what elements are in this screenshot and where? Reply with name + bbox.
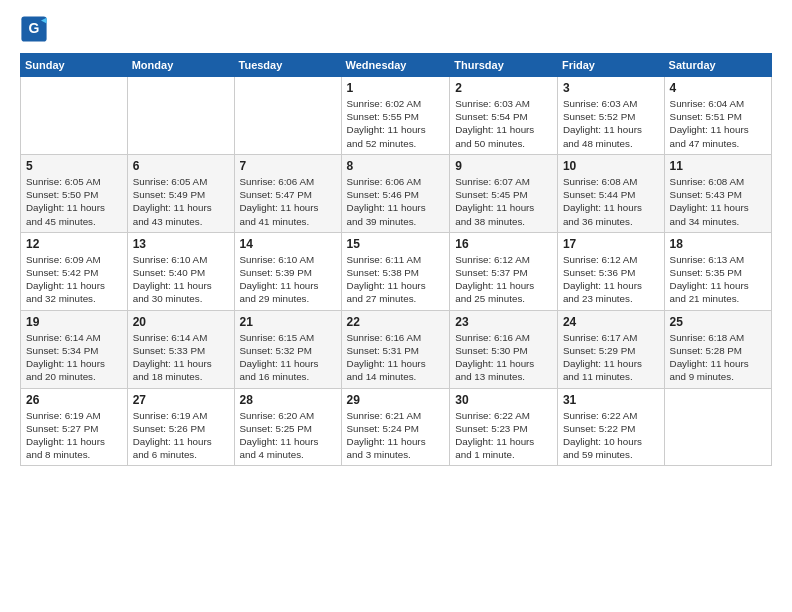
calendar-day-cell: 7Sunrise: 6:06 AMSunset: 5:47 PMDaylight…: [234, 154, 341, 232]
day-number: 5: [26, 159, 122, 173]
calendar-week-row: 26Sunrise: 6:19 AMSunset: 5:27 PMDayligh…: [21, 388, 772, 466]
day-info: Sunrise: 6:11 AMSunset: 5:38 PMDaylight:…: [347, 253, 445, 306]
day-number: 4: [670, 81, 766, 95]
weekday-header-row: SundayMondayTuesdayWednesdayThursdayFrid…: [21, 54, 772, 77]
calendar-day-cell: 24Sunrise: 6:17 AMSunset: 5:29 PMDayligh…: [557, 310, 664, 388]
calendar-week-row: 12Sunrise: 6:09 AMSunset: 5:42 PMDayligh…: [21, 232, 772, 310]
day-number: 9: [455, 159, 552, 173]
day-info: Sunrise: 6:12 AMSunset: 5:37 PMDaylight:…: [455, 253, 552, 306]
day-info: Sunrise: 6:16 AMSunset: 5:31 PMDaylight:…: [347, 331, 445, 384]
calendar-day-cell: 12Sunrise: 6:09 AMSunset: 5:42 PMDayligh…: [21, 232, 128, 310]
calendar-day-cell: 6Sunrise: 6:05 AMSunset: 5:49 PMDaylight…: [127, 154, 234, 232]
weekday-header: Wednesday: [341, 54, 450, 77]
day-number: 22: [347, 315, 445, 329]
calendar-day-cell: 11Sunrise: 6:08 AMSunset: 5:43 PMDayligh…: [664, 154, 771, 232]
day-number: 18: [670, 237, 766, 251]
day-info: Sunrise: 6:18 AMSunset: 5:28 PMDaylight:…: [670, 331, 766, 384]
calendar-week-row: 1Sunrise: 6:02 AMSunset: 5:55 PMDaylight…: [21, 77, 772, 155]
day-number: 7: [240, 159, 336, 173]
day-info: Sunrise: 6:20 AMSunset: 5:25 PMDaylight:…: [240, 409, 336, 462]
calendar-day-cell: 3Sunrise: 6:03 AMSunset: 5:52 PMDaylight…: [557, 77, 664, 155]
calendar-day-cell: 31Sunrise: 6:22 AMSunset: 5:22 PMDayligh…: [557, 388, 664, 466]
calendar-table: SundayMondayTuesdayWednesdayThursdayFrid…: [20, 53, 772, 466]
day-info: Sunrise: 6:19 AMSunset: 5:27 PMDaylight:…: [26, 409, 122, 462]
day-number: 31: [563, 393, 659, 407]
day-number: 1: [347, 81, 445, 95]
day-number: 23: [455, 315, 552, 329]
calendar-day-cell: [234, 77, 341, 155]
calendar-day-cell: 22Sunrise: 6:16 AMSunset: 5:31 PMDayligh…: [341, 310, 450, 388]
day-info: Sunrise: 6:15 AMSunset: 5:32 PMDaylight:…: [240, 331, 336, 384]
day-info: Sunrise: 6:08 AMSunset: 5:43 PMDaylight:…: [670, 175, 766, 228]
day-info: Sunrise: 6:09 AMSunset: 5:42 PMDaylight:…: [26, 253, 122, 306]
calendar-day-cell: 18Sunrise: 6:13 AMSunset: 5:35 PMDayligh…: [664, 232, 771, 310]
day-info: Sunrise: 6:05 AMSunset: 5:49 PMDaylight:…: [133, 175, 229, 228]
calendar-day-cell: 27Sunrise: 6:19 AMSunset: 5:26 PMDayligh…: [127, 388, 234, 466]
page-container: G SundayMondayTuesdayWednesdayThursdayFr…: [0, 0, 792, 476]
day-number: 28: [240, 393, 336, 407]
day-info: Sunrise: 6:14 AMSunset: 5:33 PMDaylight:…: [133, 331, 229, 384]
day-info: Sunrise: 6:06 AMSunset: 5:46 PMDaylight:…: [347, 175, 445, 228]
calendar-day-cell: 8Sunrise: 6:06 AMSunset: 5:46 PMDaylight…: [341, 154, 450, 232]
day-info: Sunrise: 6:04 AMSunset: 5:51 PMDaylight:…: [670, 97, 766, 150]
calendar-day-cell: 16Sunrise: 6:12 AMSunset: 5:37 PMDayligh…: [450, 232, 558, 310]
day-info: Sunrise: 6:22 AMSunset: 5:23 PMDaylight:…: [455, 409, 552, 462]
calendar-day-cell: 28Sunrise: 6:20 AMSunset: 5:25 PMDayligh…: [234, 388, 341, 466]
day-number: 8: [347, 159, 445, 173]
day-number: 13: [133, 237, 229, 251]
weekday-header: Saturday: [664, 54, 771, 77]
day-info: Sunrise: 6:10 AMSunset: 5:39 PMDaylight:…: [240, 253, 336, 306]
weekday-header: Sunday: [21, 54, 128, 77]
day-number: 6: [133, 159, 229, 173]
svg-text:G: G: [29, 20, 40, 36]
day-info: Sunrise: 6:06 AMSunset: 5:47 PMDaylight:…: [240, 175, 336, 228]
calendar-day-cell: 25Sunrise: 6:18 AMSunset: 5:28 PMDayligh…: [664, 310, 771, 388]
day-info: Sunrise: 6:05 AMSunset: 5:50 PMDaylight:…: [26, 175, 122, 228]
day-number: 14: [240, 237, 336, 251]
calendar-day-cell: 29Sunrise: 6:21 AMSunset: 5:24 PMDayligh…: [341, 388, 450, 466]
day-number: 11: [670, 159, 766, 173]
day-info: Sunrise: 6:10 AMSunset: 5:40 PMDaylight:…: [133, 253, 229, 306]
day-number: 17: [563, 237, 659, 251]
day-info: Sunrise: 6:16 AMSunset: 5:30 PMDaylight:…: [455, 331, 552, 384]
day-number: 26: [26, 393, 122, 407]
day-number: 15: [347, 237, 445, 251]
day-info: Sunrise: 6:19 AMSunset: 5:26 PMDaylight:…: [133, 409, 229, 462]
calendar-day-cell: [664, 388, 771, 466]
weekday-header: Thursday: [450, 54, 558, 77]
day-number: 21: [240, 315, 336, 329]
calendar-day-cell: 10Sunrise: 6:08 AMSunset: 5:44 PMDayligh…: [557, 154, 664, 232]
calendar-week-row: 19Sunrise: 6:14 AMSunset: 5:34 PMDayligh…: [21, 310, 772, 388]
calendar-day-cell: 5Sunrise: 6:05 AMSunset: 5:50 PMDaylight…: [21, 154, 128, 232]
calendar-day-cell: 30Sunrise: 6:22 AMSunset: 5:23 PMDayligh…: [450, 388, 558, 466]
header: G: [20, 15, 772, 43]
calendar-day-cell: 21Sunrise: 6:15 AMSunset: 5:32 PMDayligh…: [234, 310, 341, 388]
weekday-header: Monday: [127, 54, 234, 77]
day-info: Sunrise: 6:02 AMSunset: 5:55 PMDaylight:…: [347, 97, 445, 150]
calendar-day-cell: [21, 77, 128, 155]
day-number: 16: [455, 237, 552, 251]
day-info: Sunrise: 6:14 AMSunset: 5:34 PMDaylight:…: [26, 331, 122, 384]
weekday-header: Tuesday: [234, 54, 341, 77]
day-number: 3: [563, 81, 659, 95]
day-info: Sunrise: 6:08 AMSunset: 5:44 PMDaylight:…: [563, 175, 659, 228]
day-info: Sunrise: 6:07 AMSunset: 5:45 PMDaylight:…: [455, 175, 552, 228]
day-number: 20: [133, 315, 229, 329]
day-number: 25: [670, 315, 766, 329]
logo-icon: G: [20, 15, 48, 43]
calendar-week-row: 5Sunrise: 6:05 AMSunset: 5:50 PMDaylight…: [21, 154, 772, 232]
day-number: 30: [455, 393, 552, 407]
day-number: 24: [563, 315, 659, 329]
calendar-day-cell: 14Sunrise: 6:10 AMSunset: 5:39 PMDayligh…: [234, 232, 341, 310]
day-number: 29: [347, 393, 445, 407]
day-number: 10: [563, 159, 659, 173]
logo: G: [20, 15, 52, 43]
day-info: Sunrise: 6:17 AMSunset: 5:29 PMDaylight:…: [563, 331, 659, 384]
calendar-day-cell: 15Sunrise: 6:11 AMSunset: 5:38 PMDayligh…: [341, 232, 450, 310]
day-info: Sunrise: 6:13 AMSunset: 5:35 PMDaylight:…: [670, 253, 766, 306]
calendar-day-cell: 19Sunrise: 6:14 AMSunset: 5:34 PMDayligh…: [21, 310, 128, 388]
calendar-day-cell: 20Sunrise: 6:14 AMSunset: 5:33 PMDayligh…: [127, 310, 234, 388]
day-info: Sunrise: 6:03 AMSunset: 5:52 PMDaylight:…: [563, 97, 659, 150]
calendar-day-cell: 1Sunrise: 6:02 AMSunset: 5:55 PMDaylight…: [341, 77, 450, 155]
day-number: 2: [455, 81, 552, 95]
